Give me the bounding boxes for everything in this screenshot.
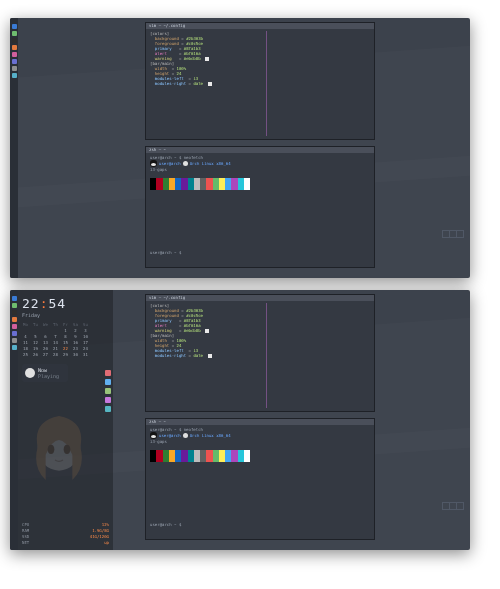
code-line: modules-right = date [150, 81, 370, 86]
cursor-icon [208, 82, 212, 86]
workspace-pager[interactable] [442, 502, 464, 510]
editor-titlebar: vim — ~/.config [146, 23, 374, 29]
sysinfo-os: Arch Linux x86_64 [190, 161, 231, 166]
sysinfo-wm: i3-gaps [150, 167, 370, 172]
taskbar-terminal-icon[interactable] [12, 38, 17, 43]
editor-body: [colors] background = #2b303b foreground… [150, 303, 370, 358]
taskbar-apps-icon[interactable] [12, 296, 17, 301]
calendar-day[interactable]: 26 [32, 352, 39, 358]
terminal-window[interactable]: zsh — ~ user@arch ~ $ neofetch user@arch… [145, 146, 375, 268]
sysinfo-os: Arch Linux x86_64 [190, 433, 231, 438]
screenshot-top: vim — ~/.config [colors] background = #2… [10, 18, 470, 278]
editor-titlebar: vim — ~/.config [146, 295, 374, 301]
notif-sub: Playing [38, 373, 59, 379]
column-ruler [266, 31, 267, 136]
taskbar-apps-icon[interactable] [12, 24, 17, 29]
calendar-day[interactable]: 29 [62, 352, 69, 358]
taskbar-browser-icon[interactable] [12, 45, 17, 50]
neofetch-output: user@arch Arch Linux x86_64 [150, 432, 370, 439]
color-swatch [244, 450, 250, 462]
taskbar-files-icon[interactable] [12, 303, 17, 308]
display-icon[interactable] [105, 406, 111, 412]
editor-window[interactable]: vim — ~/.config [colors] background = #2… [145, 22, 375, 140]
logo-icon [183, 433, 188, 438]
conky-sidebar: 22:54 Friday MoTuWeThFrSaSu1234567891011… [18, 290, 113, 550]
cursor-icon [205, 329, 209, 333]
power-icon[interactable] [105, 370, 111, 376]
clock-hours: 22 [22, 296, 40, 311]
penguin-icon [150, 160, 157, 167]
terminal-titlebar: zsh — ~ [146, 147, 374, 153]
clock-mins: 54 [48, 296, 66, 311]
taskbar-music-icon[interactable] [12, 324, 17, 329]
editor-body: [colors] background = #2b303b foreground… [150, 31, 370, 86]
color-swatches [150, 450, 250, 462]
taskbar-settings-icon[interactable] [12, 66, 17, 71]
system-stats: CPU12%RAM1.9G/8GSSD41G/120GNETup [22, 522, 109, 546]
album-icon [25, 368, 35, 378]
taskbar-chat-icon[interactable] [12, 59, 17, 64]
taskbar-music-icon[interactable] [12, 52, 17, 57]
taskbar-files-icon[interactable] [12, 31, 17, 36]
taskbar [10, 290, 18, 550]
taskbar-terminal-icon[interactable] [12, 310, 17, 315]
sysinfo-wm: i3-gaps [150, 439, 370, 444]
quick-actions [105, 370, 111, 412]
cursor-icon [205, 57, 209, 61]
clock-day: Friday [22, 312, 109, 318]
stat-net: NETup [22, 540, 109, 546]
calendar-day[interactable]: 30 [72, 352, 79, 358]
workspace-pager[interactable] [442, 230, 464, 238]
taskbar-editor-icon[interactable] [12, 345, 17, 350]
now-playing[interactable]: Now Playing [22, 364, 68, 382]
calendar-day[interactable]: 25 [22, 352, 29, 358]
column-ruler [266, 303, 267, 408]
clock: 22:54 [22, 296, 109, 311]
color-swatch [244, 178, 250, 190]
editor-window[interactable]: vim — ~/.config [colors] background = #2… [145, 294, 375, 412]
screenshot-bottom: 22:54 Friday MoTuWeThFrSaSu1234567891011… [10, 290, 470, 550]
sysinfo-user: user@arch [159, 161, 181, 166]
calendar-day[interactable]: 28 [52, 352, 59, 358]
sysinfo-user: user@arch [159, 433, 181, 438]
calendar-day[interactable]: 27 [42, 352, 49, 358]
neofetch-output: user@arch Arch Linux x86_64 [150, 160, 370, 167]
logo-icon [183, 161, 188, 166]
calendar-day[interactable]: 31 [82, 352, 89, 358]
terminal-window[interactable]: zsh — ~ user@arch ~ $ neofetch user@arch… [145, 418, 375, 540]
penguin-icon [150, 432, 157, 439]
taskbar-settings-icon[interactable] [12, 338, 17, 343]
cursor-icon [208, 354, 212, 358]
terminal-titlebar: zsh — ~ [146, 419, 374, 425]
taskbar-browser-icon[interactable] [12, 317, 17, 322]
logout-icon[interactable] [105, 397, 111, 403]
code-line: modules-right = date [150, 353, 370, 358]
terminal-prompt-2[interactable]: user@arch ~ $ [150, 522, 370, 527]
taskbar [10, 18, 18, 278]
color-swatches [150, 178, 250, 190]
taskbar-chat-icon[interactable] [12, 331, 17, 336]
terminal-prompt-2[interactable]: user@arch ~ $ [150, 250, 370, 255]
reload-icon[interactable] [105, 379, 111, 385]
taskbar-editor-icon[interactable] [12, 73, 17, 78]
calendar: MoTuWeThFrSaSu12345678910111213141516171… [22, 322, 109, 358]
lock-icon[interactable] [105, 388, 111, 394]
